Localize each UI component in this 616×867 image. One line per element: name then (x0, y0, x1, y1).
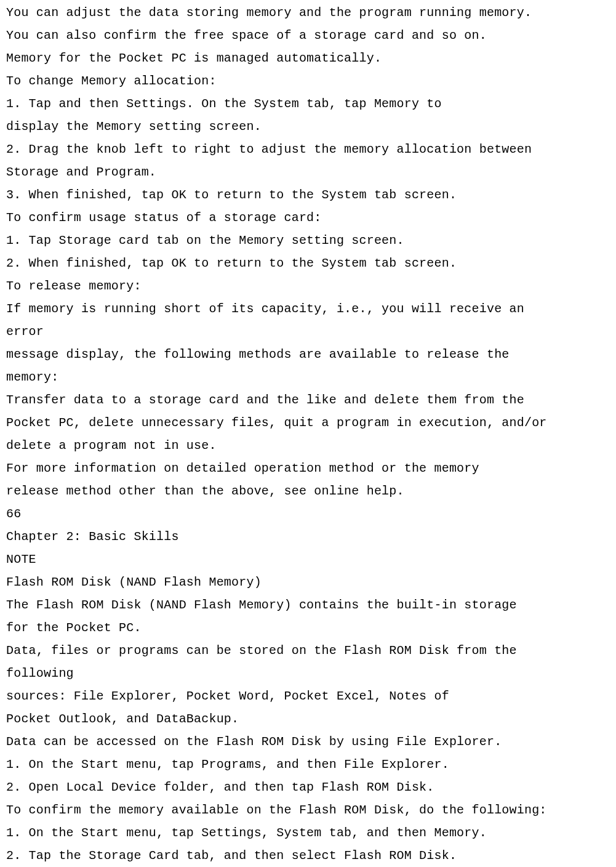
text-line: 2. Drag the knob left to right to adjust… (6, 138, 610, 161)
chapter-heading: Chapter 2: Basic Skills (6, 525, 610, 548)
text-line: 2. When finished, tap OK to return to th… (6, 252, 610, 275)
text-line: Storage and Program. (6, 161, 610, 183)
text-line: The Flash ROM Disk (NAND Flash Memory) c… (6, 594, 610, 616)
text-line: Data can be accessed on the Flash ROM Di… (6, 730, 610, 753)
text-line: release method other than the above, see… (6, 480, 610, 502)
text-line: 1. On the Start menu, tap Settings, Syst… (6, 821, 610, 844)
text-line: display the Memory setting screen. (6, 115, 610, 138)
text-line: 2. Tap the Storage Card tab, and then se… (6, 844, 610, 867)
text-line: You can adjust the data storing memory a… (6, 1, 610, 24)
text-line: memory: (6, 366, 610, 389)
text-line: You can also confirm the free space of a… (6, 24, 610, 47)
text-line: To change Memory allocation: (6, 70, 610, 92)
text-line: If memory is running short of its capaci… (6, 297, 610, 320)
text-line: To confirm the memory available on the F… (6, 799, 610, 821)
text-line: message display, the following methods a… (6, 343, 610, 366)
text-line: To confirm usage status of a storage car… (6, 206, 610, 229)
text-line: For more information on detailed operati… (6, 457, 610, 480)
text-line: Transfer data to a storage card and the … (6, 389, 610, 411)
text-line: Pocket Outlook, and DataBackup. (6, 708, 610, 730)
text-line: for the Pocket PC. (6, 616, 610, 639)
text-line: Memory for the Pocket PC is managed auto… (6, 47, 610, 70)
section-heading: Flash ROM Disk (NAND Flash Memory) (6, 571, 610, 594)
text-line: To release memory: (6, 275, 610, 297)
text-line: 1. Tap Storage card tab on the Memory se… (6, 229, 610, 252)
text-line: sources: File Explorer, Pocket Word, Poc… (6, 685, 610, 708)
note-label: NOTE (6, 548, 610, 571)
text-line: 1. On the Start menu, tap Programs, and … (6, 753, 610, 776)
text-line: 3. When finished, tap OK to return to th… (6, 183, 610, 206)
text-line: Pocket PC, delete unnecessary files, qui… (6, 411, 610, 434)
text-line: error (6, 320, 610, 343)
text-line: delete a program not in use. (6, 434, 610, 457)
text-line: following (6, 662, 610, 685)
text-line: Data, files or programs can be stored on… (6, 639, 610, 662)
page-number: 66 (6, 502, 610, 525)
text-line: 1. Tap and then Settings. On the System … (6, 92, 610, 115)
text-line: 2. Open Local Device folder, and then ta… (6, 776, 610, 799)
